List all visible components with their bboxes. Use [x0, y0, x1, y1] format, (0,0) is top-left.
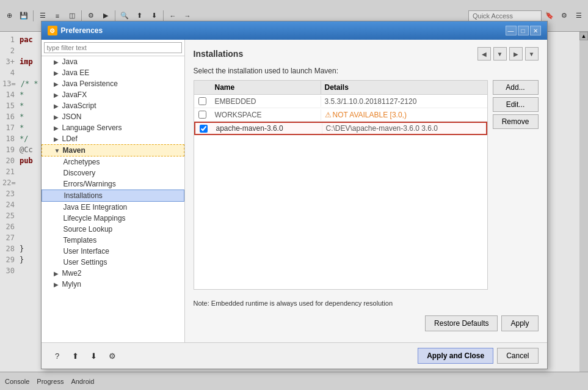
th-name: Name [211, 81, 321, 94]
tree-arrow: ▶ [54, 59, 60, 65]
tree-item-label: Maven [63, 146, 85, 155]
tree-arrow: ▶ [54, 70, 60, 76]
tree-arrow: ▶ [54, 92, 60, 98]
table-row-apache-maven[interactable]: apache-maven-3.6.0 C:\DEV\apache-maven-3… [194, 122, 487, 135]
row-name-embedded: EMBEDDED [211, 96, 321, 107]
row-checkbox-embedded[interactable] [194, 96, 211, 106]
tree-item-label: Lifecycle Mappings [64, 214, 126, 223]
tree-arrow: ▼ [54, 147, 60, 154]
dialog-title-group: ⚙ Preferences [48, 26, 103, 35]
row-details-embedded: 3.5.3/1.10.0.20181127-2120 [321, 96, 487, 107]
cancel-button[interactable]: Cancel [497, 348, 538, 364]
tree-content: ▶ Java ▶ Java EE ▶ Java Persistence ▶ Ja… [42, 56, 184, 342]
dialog-overlay: ⚙ Preferences — □ ✕ ▶ Java [0, 0, 588, 390]
dialog-title-text: Preferences [61, 26, 103, 35]
tree-arrow: ▶ [54, 114, 60, 120]
tree-arrow: ▶ [54, 270, 60, 277]
dialog-icon: ⚙ [48, 26, 57, 35]
tree-item-label: LDef [62, 134, 78, 143]
checkbox-workspace[interactable] [198, 111, 206, 119]
tree-item-javapersistence[interactable]: ▶ Java Persistence [42, 78, 184, 89]
tree-item-ldef[interactable]: ▶ LDef [42, 133, 184, 144]
content-title: Installations [194, 49, 244, 59]
import-button[interactable]: ⬇ [87, 348, 101, 363]
tree-item-java[interactable]: ▶ Java [42, 56, 184, 67]
tree-panel: ▶ Java ▶ Java EE ▶ Java Persistence ▶ Ja… [42, 40, 185, 342]
dialog-minimize-button[interactable]: — [506, 26, 517, 35]
nav-menu-button[interactable]: ▼ [525, 47, 539, 61]
tree-item-label: JavaScript [62, 101, 96, 110]
tree-item-label: User Settings [64, 258, 107, 267]
bottom-buttons: Restore Defaults Apply [194, 312, 539, 335]
add-button[interactable]: Add... [493, 80, 539, 95]
tree-arrow: ▶ [54, 103, 60, 109]
tree-item-label: Java EE [62, 68, 90, 77]
tree-item-errorwarnings[interactable]: Errors/Warnings [42, 178, 184, 189]
tree-item-label: Mylyn [62, 280, 81, 289]
help-icon: ? [55, 351, 59, 361]
tree-item-templates[interactable]: Templates [42, 235, 184, 246]
tree-item-json[interactable]: ▶ JSON [42, 111, 184, 122]
tree-item-installations[interactable]: Installations [42, 189, 184, 202]
apply-and-close-button[interactable]: Apply and Close [418, 348, 493, 364]
nav-back-button[interactable]: ◀ [477, 47, 491, 61]
table-header: Name Details [194, 81, 487, 95]
table-row[interactable]: EMBEDDED 3.5.3/1.10.0.20181127-2120 [194, 95, 487, 108]
checkbox-apache[interactable] [200, 125, 208, 133]
row-checkbox-apache[interactable] [195, 123, 212, 134]
content-panel: Installations ◀ ▼ ▶ ▼ Select the install… [185, 40, 547, 342]
tree-item-label: Java [62, 57, 78, 66]
nav-forward-button[interactable]: ▶ [509, 47, 523, 61]
installations-table: Name Details EMBEDDED 3.5.3/1.10.0.20181… [194, 80, 488, 290]
remove-button[interactable]: Remove [493, 114, 539, 129]
tree-item-label: Mwe2 [62, 269, 82, 278]
table-area: Name Details EMBEDDED 3.5.3/1.10.0.20181… [194, 80, 539, 295]
tree-item-label: Language Servers [62, 123, 122, 132]
tree-item-mylyn[interactable]: ▶ Mylyn [42, 279, 184, 290]
tree-item-mwe2[interactable]: ▶ Mwe2 [42, 268, 184, 279]
dialog-footer: ? ⬆ ⬇ ⚙ Apply and Close Cancel [42, 342, 547, 369]
tree-item-label: JSON [62, 112, 82, 121]
tree-item-javascript[interactable]: ▶ JavaScript [42, 100, 184, 111]
table-row-workspace[interactable]: WORKSPACE ⚠NOT AVAILABLE [3.0,) [194, 108, 487, 122]
tree-item-label: JavaFX [62, 90, 87, 99]
preferences-icon-button[interactable]: ⚙ [105, 348, 120, 363]
export-button[interactable]: ⬆ [68, 348, 83, 363]
row-details-apache: C:\DEV\apache-maven-3.6.0 3.6.0 [322, 123, 486, 134]
warning-icon: ⚠ [325, 111, 332, 119]
footer-right: Apply and Close Cancel [418, 348, 538, 364]
tree-item-label: Installations [64, 191, 103, 200]
preferences-icon: ⚙ [109, 351, 116, 361]
tree-arrow: ▶ [54, 81, 60, 87]
dialog-body: ▶ Java ▶ Java EE ▶ Java Persistence ▶ Ja… [42, 40, 547, 342]
tree-item-usersettings[interactable]: User Settings [42, 257, 184, 268]
tree-item-label: Archetypes [64, 158, 100, 166]
content-nav: ◀ ▼ ▶ ▼ [477, 47, 539, 61]
tree-item-languageservers[interactable]: ▶ Language Servers [42, 122, 184, 133]
footer-left: ? ⬆ ⬇ ⚙ [50, 348, 120, 363]
apply-button[interactable]: Apply [501, 315, 538, 331]
dialog-maximize-button[interactable]: □ [518, 26, 529, 35]
edit-button[interactable]: Edit... [493, 97, 539, 112]
tree-item-archetypes[interactable]: Archetypes [42, 156, 184, 167]
tree-item-maven[interactable]: ▼ Maven [42, 144, 184, 156]
help-button[interactable]: ? [50, 348, 65, 363]
tree-item-label: Java EE Integration [64, 203, 128, 212]
restore-defaults-button[interactable]: Restore Defaults [425, 315, 498, 331]
tree-item-userinterface[interactable]: User Interface [42, 246, 184, 257]
tree-item-javaeeintegration[interactable]: Java EE Integration [42, 202, 184, 213]
tree-item-javafx[interactable]: ▶ JavaFX [42, 89, 184, 100]
tree-item-lifecyclemappings[interactable]: Lifecycle Mappings [42, 213, 184, 224]
checkbox-embedded[interactable] [198, 97, 206, 105]
nav-dropdown-button[interactable]: ▼ [493, 47, 507, 61]
tree-item-javaee[interactable]: ▶ Java EE [42, 67, 184, 78]
tree-item-label: Source Lookup [64, 225, 113, 234]
content-subtitle: Select the installation used to launch M… [194, 67, 539, 75]
tree-item-sourcelookup[interactable]: Source Lookup [42, 224, 184, 235]
dialog-close-button[interactable]: ✕ [530, 26, 541, 35]
row-checkbox-workspace[interactable] [194, 109, 211, 120]
tree-arrow: ▶ [54, 281, 60, 288]
row-details-workspace: ⚠NOT AVAILABLE [3.0,) [321, 109, 487, 120]
tree-item-discovery[interactable]: Discovery [42, 167, 184, 178]
tree-filter-input[interactable] [44, 42, 182, 53]
